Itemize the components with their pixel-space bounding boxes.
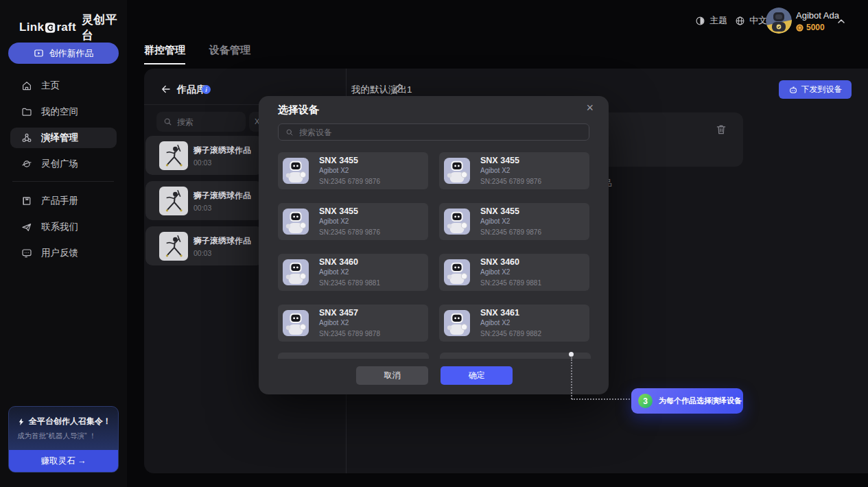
brand-name-left: Link	[19, 21, 44, 34]
device-model: Agibot X2	[319, 269, 380, 276]
sidebar-nav-label: 产品手册	[41, 195, 78, 207]
device-serial: SN:2345 6789 9881	[480, 280, 541, 287]
library-search[interactable]	[156, 112, 246, 132]
create-work-button[interactable]: 创作新作品	[8, 43, 119, 64]
sidebar-nav-label: 用户反馈	[41, 247, 78, 259]
theme-label: 主题	[709, 14, 727, 27]
device-card[interactable]: SNX 3457 Agibot X2 SN:2345 6789 9878	[278, 305, 428, 342]
device-serial: SN:2345 6789 9882	[480, 331, 541, 337]
device-serial: SN:2345 6789 9876	[319, 178, 380, 185]
device-name: SNX 3455	[319, 156, 380, 165]
cancel-button[interactable]: 取消	[356, 366, 428, 385]
tab-group-control[interactable]: 群控管理	[144, 44, 185, 64]
onboarding-tooltip: 3 为每个作品选择演绎设备	[631, 388, 743, 414]
robot-avatar	[283, 158, 309, 184]
user-avatar[interactable]	[766, 8, 792, 34]
device-card[interactable]: SNX 3460 Agibot X2 SN:2345 6789 9881	[439, 254, 589, 291]
confirm-button[interactable]: 确定	[441, 366, 513, 385]
device-card[interactable]: SNX 3461 Agibot X2 SN:2345 6789 9882	[439, 305, 589, 342]
device-model: Agibot X2	[480, 320, 541, 326]
sidebar-nav-label: 演绎管理	[41, 132, 78, 144]
device-grid: SNX 3455 Agibot X2 SN:2345 6789 9876 SNX…	[278, 152, 591, 342]
sidebar-nav-item[interactable]: 我的空间	[10, 102, 117, 122]
deploy-to-device-button[interactable]: 下发到设备	[779, 80, 852, 99]
sidebar-nav-label: 灵创广场	[41, 158, 78, 170]
trash-icon[interactable]	[715, 123, 727, 136]
work-card[interactable]: 狮子滚绣球作品 00:03	[145, 226, 263, 265]
device-card[interactable]: SNX 3455 Agibot X2 SN:2345 6789 9876	[439, 152, 589, 189]
device-model: Agibot X2	[319, 218, 380, 225]
device-card[interactable]: SNX 3460 Agibot X2 SN:2345 6789 9881	[278, 254, 428, 291]
create-work-label: 创作新作品	[49, 47, 94, 60]
search-icon	[285, 128, 294, 136]
sidebar-nav-item[interactable]: 主页	[10, 75, 117, 96]
device-serial: SN:2345 6789 9878	[319, 331, 380, 337]
edit-pencil-icon[interactable]	[391, 82, 405, 95]
work-thumbnail	[159, 187, 188, 215]
brand-logo: Linkraft 灵创平台	[19, 12, 127, 43]
back-arrow-icon[interactable]	[161, 84, 172, 95]
robot-avatar	[444, 158, 470, 184]
promo-title: 全平台创作人召集令！	[29, 416, 111, 427]
work-thumbnail	[159, 232, 188, 261]
device-card[interactable]: SNX 3455 Agibot X2 SN:2345 6789 9876	[278, 203, 428, 240]
lightning-icon	[17, 418, 25, 426]
close-icon[interactable]: ×	[586, 102, 594, 114]
device-card[interactable]: SNX 3455 Agibot X2 SN:2345 6789 9876	[278, 152, 428, 189]
sidebar-nav-label: 联系我们	[41, 221, 78, 233]
promo-card: 全平台创作人召集令！ 成为首批“机器人导演” ！ 赚取灵石 →	[8, 406, 119, 473]
library-search-input[interactable]	[177, 117, 235, 127]
folder-icon	[21, 106, 32, 117]
guide-dotted-line-vertical	[571, 357, 572, 399]
coin-balance-row: 5000	[796, 23, 839, 32]
device-search-input[interactable]	[299, 128, 567, 137]
globe-icon	[735, 16, 745, 26]
partial-device-card	[278, 353, 429, 359]
planet-icon	[21, 158, 32, 169]
brand-name-right: raft	[56, 21, 76, 34]
promo-subtitle: 成为首批“机器人导演” ！	[17, 431, 96, 441]
sidebar: Linkraft 灵创平台 创作新作品 主页 我的空间	[0, 0, 127, 487]
sidebar-nav-item[interactable]: 产品手册	[10, 191, 117, 211]
select-device-modal: 选择设备 × SNX 3455 Agibot X2 SN:2345 6789 9…	[259, 96, 609, 394]
device-model: Agibot X2	[480, 167, 541, 174]
user-name: Agibot Ada	[796, 10, 839, 21]
work-list: 狮子滚绣球作品 00:03 狮子滚绣球作品 00:03 狮子滚绣球作品 00:0…	[145, 136, 263, 265]
device-model: Agibot X2	[480, 218, 541, 225]
theme-toggle[interactable]: 主题	[695, 14, 727, 27]
language-switcher[interactable]: 中文	[735, 14, 767, 27]
earn-stones-button[interactable]: 赚取灵石 →	[9, 450, 118, 472]
robot-avatar	[444, 259, 470, 285]
device-name: SNX 3457	[319, 309, 380, 318]
partial-device-card	[440, 353, 591, 359]
tab-device-management[interactable]: 设备管理	[209, 44, 250, 63]
theme-icon	[695, 16, 705, 26]
sidebar-nav-item[interactable]: 用户反馈	[10, 243, 117, 263]
device-serial: SN:2345 6789 9876	[480, 178, 541, 185]
device-search[interactable]	[278, 123, 589, 141]
device-model: Agibot X2	[480, 269, 541, 276]
work-title: 狮子滚绣球作品	[193, 235, 251, 247]
guide-anchor-dot	[569, 352, 574, 357]
sidebar-nav-item[interactable]: 灵创广场	[10, 154, 117, 174]
sidebar-nav-item[interactable]: 联系我们	[10, 217, 117, 237]
device-serial: SN:2345 6789 9881	[319, 280, 380, 287]
chevron-up-icon[interactable]	[836, 16, 847, 27]
work-card[interactable]: 狮子滚绣球作品 00:03	[145, 136, 263, 175]
robot-avatar	[283, 209, 309, 235]
device-serial: SN:2345 6789 9876	[319, 229, 380, 236]
logo-c-icon	[45, 22, 56, 34]
robot-avatar	[283, 259, 309, 285]
sidebar-nav-label: 主页	[41, 80, 60, 92]
language-label: 中文	[749, 14, 767, 27]
info-icon[interactable]: i	[202, 85, 211, 94]
work-title: 狮子滚绣球作品	[193, 145, 251, 156]
work-card[interactable]: 狮子滚绣球作品 00:03	[145, 181, 263, 220]
robot-icon	[788, 85, 798, 95]
device-card[interactable]: SNX 3455 Agibot X2 SN:2345 6789 9876	[439, 203, 589, 240]
home-icon	[21, 80, 32, 91]
brand-name-cn: 灵创平台	[82, 12, 127, 43]
work-thumbnail	[159, 141, 188, 170]
sidebar-divider	[12, 181, 114, 182]
sidebar-nav-item[interactable]: 演绎管理	[10, 128, 117, 148]
